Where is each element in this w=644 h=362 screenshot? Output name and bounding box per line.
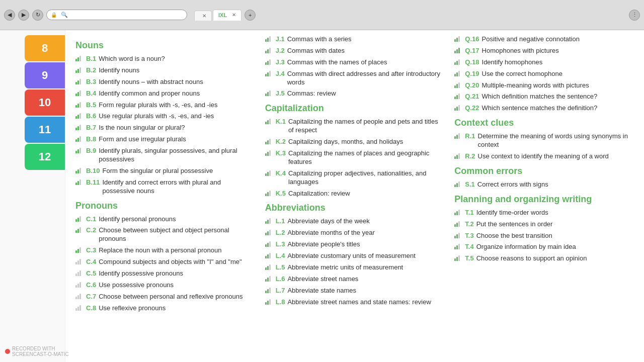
skill-text[interactable]: Commas: review — [287, 89, 336, 98]
skill-text[interactable]: Multiple-meaning words with pictures — [482, 81, 589, 90]
skill-item[interactable]: C.3Replace the noun with a personal pron… — [75, 246, 255, 255]
tab-ixl[interactable]: IXL ✕ — [213, 10, 242, 21]
skill-text[interactable]: Which sentence matches the definition? — [482, 104, 598, 113]
skill-item[interactable]: Q.16Positive and negative connotation — [454, 35, 634, 44]
skill-text[interactable]: Capitalizing days, months, and holidays — [288, 138, 403, 146]
skill-text[interactable]: Determine the meaning of words using syn… — [478, 132, 634, 149]
skill-text[interactable]: Use possessive pronouns — [99, 281, 174, 290]
grade-item-9[interactable]: 9 — [25, 62, 65, 88]
skill-item[interactable]: C.6Use possessive pronouns — [75, 281, 255, 290]
skill-item[interactable]: K.3Capitalizing the names of places and … — [265, 149, 445, 166]
skill-text[interactable]: Abbreviate street names — [287, 275, 358, 284]
skill-text[interactable]: Identify and correct errors with plural … — [102, 178, 255, 196]
skill-item[interactable]: J.1Commas with a series — [265, 35, 445, 44]
skill-item[interactable]: L.1Abbreviate days of the week — [265, 217, 445, 226]
skill-text[interactable]: Commas with dates — [287, 47, 345, 55]
skill-item[interactable]: J.2Commas with dates — [265, 47, 445, 55]
skill-item[interactable]: L.7Abbreviate state names — [265, 287, 445, 295]
skill-text[interactable]: Form and use irregular plurals — [99, 135, 186, 144]
skill-item[interactable]: Q.18Identify homophones — [454, 58, 634, 67]
skill-item[interactable]: B.1Which word is a noun? — [75, 55, 255, 63]
tab-close-ixl[interactable]: ✕ — [232, 12, 236, 18]
skill-text[interactable]: Abbreviate metric units of measurement — [287, 263, 403, 272]
skill-text[interactable]: Abbreviate days of the week — [287, 217, 369, 226]
skill-item[interactable]: Q.19Use the correct homophone — [454, 70, 634, 78]
skill-text[interactable]: Choose the best transition — [476, 232, 552, 240]
skill-text[interactable]: Choose reasons to support an opinion — [476, 254, 587, 263]
skill-item[interactable]: L.6Abbreviate street names — [265, 275, 445, 284]
skill-text[interactable]: Which definition matches the sentence? — [482, 93, 598, 101]
skill-item[interactable]: L.2Abbreviate months of the year — [265, 229, 445, 237]
skill-item[interactable]: L.8Abbreviate street names and state nam… — [265, 298, 445, 307]
skill-text[interactable]: Homophones with pictures — [482, 47, 559, 55]
skill-text[interactable]: Commas with direct addresses and after i… — [287, 70, 445, 87]
skill-item[interactable]: B.9Identify plurals, singular possessive… — [75, 147, 255, 164]
skill-item[interactable]: J.5Commas: review — [265, 89, 445, 98]
skill-item[interactable]: T.1Identify time-order words — [454, 209, 634, 217]
skill-text[interactable]: Abbreviate state names — [287, 287, 356, 295]
skill-item[interactable]: B.5Form regular plurals with -s, -es, an… — [75, 101, 255, 110]
skill-text[interactable]: Use reflexive pronouns — [99, 304, 166, 313]
skill-text[interactable]: Identify time-order words — [476, 209, 548, 217]
skill-item[interactable]: K.5Capitalization: review — [265, 190, 445, 198]
skill-text[interactable]: Organize information by main idea — [476, 243, 576, 251]
skill-text[interactable]: Which word is a noun? — [99, 55, 165, 63]
tab-close-identified[interactable]: ✕ — [202, 13, 206, 19]
skill-item[interactable]: S.1Correct errors with signs — [454, 180, 634, 189]
skill-text[interactable]: Identify nouns — [99, 66, 139, 75]
skill-item[interactable]: B.10Form the singular or plural possessi… — [75, 167, 255, 175]
skill-text[interactable]: Replace the noun with a personal pronoun — [99, 246, 221, 255]
settings-button[interactable]: ⋮ — [629, 10, 640, 21]
skill-item[interactable]: K.4Capitalizing proper adjectives, natio… — [265, 169, 445, 187]
skill-text[interactable]: Correct errors with signs — [477, 180, 548, 189]
skill-text[interactable]: Abbreviate street names and state names:… — [287, 298, 431, 307]
skill-item[interactable]: T.2Put the sentences in order — [454, 220, 634, 229]
skill-text[interactable]: Abbreviate people's titles — [287, 240, 360, 249]
skill-text[interactable]: Put the sentences in order — [476, 220, 553, 229]
skill-item[interactable]: R.1Determine the meaning of words using … — [454, 132, 634, 149]
skill-item[interactable]: C.7Choose between personal and reflexive… — [75, 293, 255, 301]
skill-text[interactable]: Capitalization: review — [288, 190, 350, 198]
skill-item[interactable]: L.3Abbreviate people's titles — [265, 240, 445, 249]
skill-item[interactable]: L.4Abbreviate customary units of measure… — [265, 252, 445, 260]
skill-item[interactable]: J.3Commas with the names of places — [265, 58, 445, 67]
skill-text[interactable]: Positive and negative connotation — [482, 35, 580, 44]
skill-text[interactable]: Capitalizing proper adjectives, national… — [288, 169, 444, 187]
skill-text[interactable]: Form regular plurals with -s, -es, and -… — [99, 101, 217, 110]
back-button[interactable]: ◀ — [4, 10, 15, 21]
skill-item[interactable]: B.3Identify nouns – with abstract nouns — [75, 78, 255, 86]
skill-item[interactable]: C.1Identify personal pronouns — [75, 215, 255, 224]
skill-item[interactable]: B.8Form and use irregular plurals — [75, 135, 255, 144]
skill-text[interactable]: Identify homophones — [482, 58, 543, 67]
skill-text[interactable]: Use regular plurals with -s, -es, and -i… — [99, 112, 214, 121]
skill-item[interactable]: C.2Choose between subject and object per… — [75, 226, 255, 243]
forward-button[interactable]: ▶ — [18, 10, 29, 21]
grade-item-10[interactable]: 10 — [25, 89, 65, 116]
skill-item[interactable]: B.6Use regular plurals with -s, -es, and… — [75, 112, 255, 121]
skill-text[interactable]: Use context to identify the meaning of a… — [478, 152, 609, 161]
skill-item[interactable]: Q.17Homophones with pictures — [454, 47, 634, 55]
skill-item[interactable]: C.8Use reflexive pronouns — [75, 304, 255, 313]
skill-item[interactable]: C.5Identify possessive pronouns — [75, 269, 255, 278]
skill-item[interactable]: B.2Identify nouns — [75, 66, 255, 75]
new-tab-button[interactable]: + — [245, 10, 256, 21]
skill-text[interactable]: Choose between subject and object person… — [99, 226, 255, 243]
skill-text[interactable]: Commas with the names of places — [287, 58, 387, 67]
skill-item[interactable]: R.2Use context to identify the meaning o… — [454, 152, 634, 161]
skill-text[interactable]: Abbreviate customary units of measuremen… — [287, 252, 415, 260]
skill-text[interactable]: Abbreviate months of the year — [287, 229, 374, 237]
skill-text[interactable]: Choose between personal and reflexive pr… — [99, 293, 243, 301]
skill-text[interactable]: Use the correct homophone — [482, 70, 562, 78]
skill-item[interactable]: C.4Compound subjects and objects with "I… — [75, 258, 255, 266]
skill-item[interactable]: B.7Is the noun singular or plural? — [75, 124, 255, 132]
grade-item-12[interactable]: 12 — [25, 144, 65, 170]
skill-item[interactable]: B.11Identify and correct errors with plu… — [75, 178, 255, 196]
grade-item-11[interactable]: 11 — [25, 117, 65, 143]
skill-text[interactable]: Identify common and proper nouns — [99, 89, 200, 98]
skill-item[interactable]: B.4Identify common and proper nouns — [75, 89, 255, 98]
skill-item[interactable]: K.1Capitalizing the names of people and … — [265, 118, 445, 135]
grade-item-8[interactable]: 8 — [25, 35, 65, 61]
skill-item[interactable]: L.5Abbreviate metric units of measuremen… — [265, 263, 445, 272]
refresh-button[interactable]: ↻ — [32, 10, 43, 21]
skill-item[interactable]: K.2Capitalizing days, months, and holida… — [265, 138, 445, 146]
